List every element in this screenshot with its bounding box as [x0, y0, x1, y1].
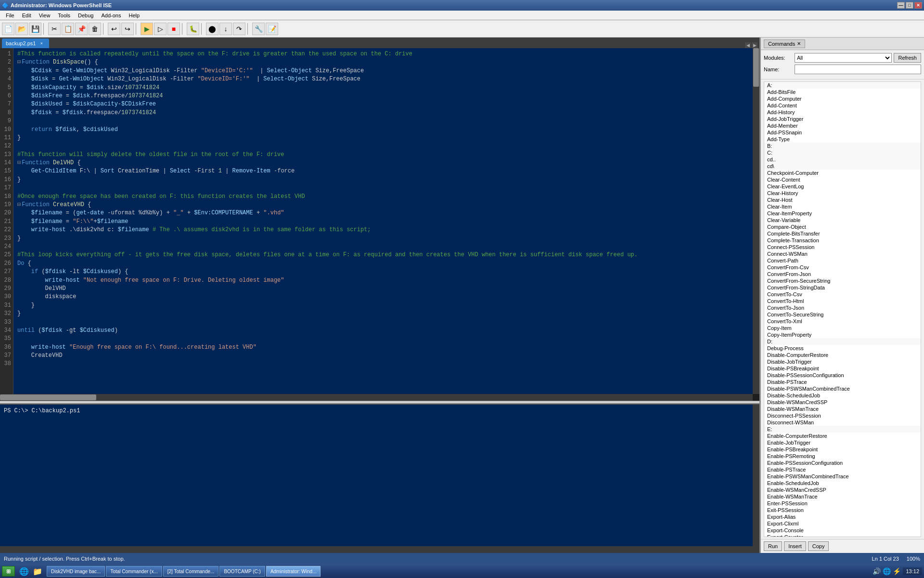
start-button[interactable]: ⊞	[2, 566, 15, 577]
command-list-item[interactable]: Add-JobTrigger	[764, 116, 921, 122]
command-list-item[interactable]: Disable-PSTrace	[764, 379, 921, 385]
snippet-button[interactable]: 📝	[266, 23, 278, 35]
cut-button[interactable]: ✂	[48, 23, 61, 35]
command-list-item[interactable]: Enable-WSManTrace	[764, 493, 921, 500]
commands-tab[interactable]: Commands ✕	[764, 39, 805, 48]
step-into[interactable]: ↓	[219, 23, 232, 35]
command-list-item[interactable]: Export-Console	[764, 527, 921, 534]
command-list-item[interactable]: Add-PSSnapin	[764, 129, 921, 136]
command-list-item[interactable]: ConvertFrom-Csv	[764, 264, 921, 271]
menu-addons[interactable]: Add-ons	[97, 12, 125, 19]
command-list-item[interactable]: Checkpoint-Computer	[764, 170, 921, 176]
run-button[interactable]: ▶	[141, 23, 153, 35]
tray-icon-1[interactable]: 🔊	[873, 567, 881, 575]
command-list-item[interactable]: Add-History	[764, 109, 921, 116]
name-input[interactable]	[795, 65, 921, 74]
save-button[interactable]: 💾	[29, 23, 41, 35]
breakpoint-toggle[interactable]: ⬤	[206, 23, 218, 35]
command-list-item[interactable]: ConvertFrom-Json	[764, 271, 921, 277]
editor-tab[interactable]: backup2.ps1 ×	[2, 39, 49, 48]
new-button[interactable]: 📄	[2, 23, 14, 35]
ie-icon[interactable]: 🌐	[18, 565, 30, 578]
scroll-tab-left[interactable]: ◀	[745, 42, 751, 48]
command-list-item[interactable]: Complete-BitsTransfer	[764, 230, 921, 237]
command-list-item[interactable]: Export-Counter	[764, 534, 921, 537]
menu-edit[interactable]: Edit	[18, 12, 35, 19]
command-list-item[interactable]: Complete-Transaction	[764, 237, 921, 244]
terminal-vscrollbar[interactable]	[753, 405, 759, 553]
maximize-button[interactable]: □	[906, 2, 913, 9]
menu-view[interactable]: View	[35, 12, 54, 19]
command-list-item[interactable]: ConvertTo-Csv	[764, 291, 921, 298]
command-list-item[interactable]: Clear-ItemProperty	[764, 210, 921, 217]
command-list-item[interactable]: Add-Member	[764, 122, 921, 129]
command-list-item[interactable]: Connect-PSSession	[764, 244, 921, 250]
run-cmd-button[interactable]: Run	[764, 541, 782, 551]
menu-tools[interactable]: Tools	[54, 12, 74, 19]
command-list-item[interactable]: Convert-Path	[764, 257, 921, 264]
close-button[interactable]: ✕	[914, 2, 922, 9]
command-addon[interactable]: 🔧	[252, 23, 265, 35]
command-list-item[interactable]: Clear-Host	[764, 197, 921, 203]
command-list-item[interactable]: Disable-WSManTrace	[764, 406, 921, 412]
run-selection-button[interactable]: ▷	[154, 23, 167, 35]
command-list-item[interactable]: Clear-Content	[764, 176, 921, 183]
command-list-item[interactable]: ConvertTo-SecureString	[764, 311, 921, 318]
command-list-item[interactable]: Disconnect-WSMan	[764, 419, 921, 426]
command-list-item[interactable]: Disable-PSWSManCombinedTrace	[764, 385, 921, 392]
undo-button[interactable]: ↩	[108, 23, 120, 35]
tray-icon-3[interactable]: ⚡	[893, 567, 901, 575]
command-list-item[interactable]: Clear-History	[764, 190, 921, 197]
command-list-item[interactable]: Enable-PSWSManCombinedTrace	[764, 473, 921, 480]
explorer-icon[interactable]: 📁	[31, 565, 44, 578]
command-list-item[interactable]: Enable-PSRemoting	[764, 453, 921, 460]
terminal-panel[interactable]: PS C:\> C:\backup2.ps1	[0, 404, 759, 553]
hscrollbar-thumb[interactable]	[0, 394, 96, 400]
vscrollbar-thumb[interactable]	[753, 48, 759, 87]
commands-list[interactable]: A:Add-BitsFileAdd-ComputerAdd-ContentAdd…	[764, 81, 921, 537]
command-list-item[interactable]: Connect-WSMan	[764, 250, 921, 257]
command-list-item[interactable]: Disconnect-PSSession	[764, 412, 921, 419]
command-list-item[interactable]: ConvertFrom-SecureString	[764, 277, 921, 284]
taskbar-item-bootcamp[interactable]: BOOTCAMP (C:)	[219, 566, 265, 577]
refresh-button[interactable]: Refresh	[894, 53, 921, 63]
command-list-item[interactable]: Enable-PSTrace	[764, 466, 921, 473]
command-list-item[interactable]: ConvertTo-Json	[764, 304, 921, 311]
taskbar-item-powershell[interactable]: Administrator: Wind...	[266, 566, 321, 577]
command-list-item[interactable]: Enable-PSSessionConfiguration	[764, 460, 921, 466]
tab-close-button[interactable]: ×	[38, 40, 44, 46]
command-list-item[interactable]: Clear-Variable	[764, 217, 921, 223]
taskbar-item-disk2vhd[interactable]: Disk2VHD image bac...	[47, 566, 105, 577]
command-list-item[interactable]: Add-Computer	[764, 95, 921, 102]
command-list-item[interactable]: Clear-Item	[764, 203, 921, 210]
menu-help[interactable]: Help	[125, 12, 143, 19]
command-list-item[interactable]: Enable-ScheduledJob	[764, 480, 921, 486]
command-list-item[interactable]: Enable-JobTrigger	[764, 439, 921, 446]
command-list-item[interactable]: Enable-PSBreakpoint	[764, 446, 921, 453]
open-button[interactable]: 📂	[15, 23, 28, 35]
taskbar-item-tc2[interactable]: [2] Total Commande...	[163, 566, 219, 577]
modules-select[interactable]: All	[795, 53, 892, 63]
command-list-item[interactable]: B:	[764, 143, 921, 149]
taskbar-item-tc1[interactable]: Total Commander (x...	[106, 566, 162, 577]
command-list-item[interactable]: Compare-Object	[764, 223, 921, 230]
command-list-item[interactable]: Clear-EventLog	[764, 183, 921, 190]
command-list-item[interactable]: Disable-JobTrigger	[764, 358, 921, 365]
command-list-item[interactable]: Enable-WSManCredSSP	[764, 486, 921, 493]
command-list-item[interactable]: E:	[764, 426, 921, 433]
command-list-item[interactable]: Disable-WSManCredSSP	[764, 399, 921, 406]
command-list-item[interactable]: D:	[764, 338, 921, 345]
command-list-item[interactable]: ConvertTo-Html	[764, 298, 921, 304]
scroll-tab-right[interactable]: ▶	[752, 42, 757, 48]
command-list-item[interactable]: Enable-ComputerRestore	[764, 433, 921, 439]
command-list-item[interactable]: Copy-Item	[764, 325, 921, 331]
editor-vscrollbar[interactable]	[753, 48, 759, 394]
paste-button[interactable]: 📌	[75, 23, 88, 35]
command-list-item[interactable]: Disable-ScheduledJob	[764, 392, 921, 399]
command-list-item[interactable]: Enter-PSSession	[764, 500, 921, 507]
debug-button[interactable]: 🐛	[187, 23, 199, 35]
copy-button[interactable]: 📋	[62, 23, 74, 35]
menu-debug[interactable]: Debug	[74, 12, 97, 19]
command-list-item[interactable]: Copy-ItemProperty	[764, 331, 921, 338]
command-list-item[interactable]: Exit-PSSession	[764, 507, 921, 513]
